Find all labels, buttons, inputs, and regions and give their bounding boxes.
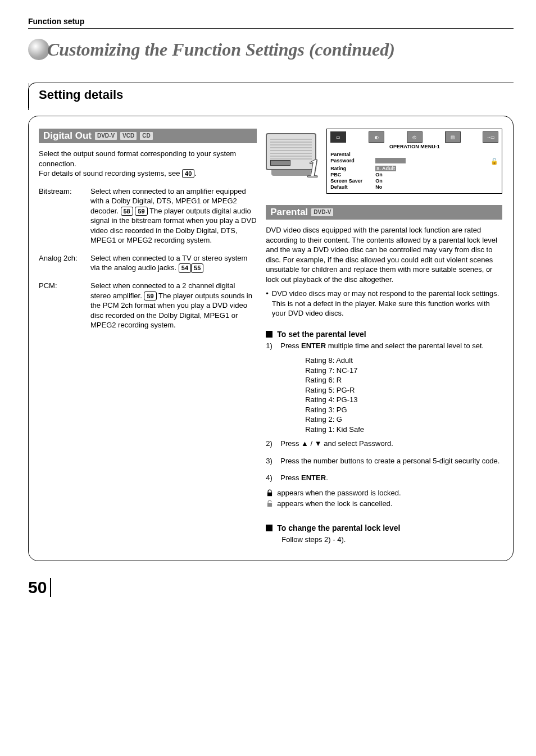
osd-nav-icon: ▭ (330, 131, 346, 143)
osd-grid: Parental Password_ _ _🔓 Rating8. Adult P… (330, 152, 498, 190)
osd-row-label: Parental (330, 152, 375, 157)
badge-dvdv: DVD-V (95, 132, 117, 140)
rating-item: Rating 5: PG-R (305, 385, 502, 395)
set-parental-heading-text: To set the parental level (277, 330, 366, 339)
osd-nav-icon: ◎ (407, 131, 423, 143)
set-parental-heading: To set the parental level (266, 330, 502, 339)
content-box: Digital Out DVD-V VCD CD Select the outp… (28, 116, 514, 561)
lock-open-icon (266, 500, 274, 508)
pageref-54: 54 (179, 263, 191, 272)
desc-pcm: Select when connected to a 2 channel dig… (90, 281, 257, 330)
right-column: 1 ▭ ◐ ◎ ▤ →▭ OPERATION MENU-1 Parental P… (266, 129, 502, 545)
osd-panel: ▭ ◐ ◎ ▤ →▭ OPERATION MENU-1 Parental Pas… (326, 129, 502, 194)
unlocked-text: appears when the lock is cancelled. (277, 499, 392, 508)
locked-text: appears when the password is locked. (277, 489, 401, 497)
rating-item: Rating 6: R (305, 375, 502, 385)
def-analog2ch: Analog 2ch: Select when connected to a T… (39, 253, 257, 273)
locked-row: appears when the password is locked. (266, 489, 502, 497)
page-header: Function setup (28, 17, 514, 29)
page-title: Customizing the Function Settings (conti… (47, 39, 395, 60)
step1-c: multiple time and select the parental le… (326, 341, 484, 350)
step-2: 2) Press ▲ / ▼ and select Password. (266, 439, 502, 449)
step2-text: Press ▲ / ▼ and select Password. (280, 439, 393, 449)
term-analog2ch: Analog 2ch: (39, 253, 90, 273)
osd-row-value-hl: 8. Adult (375, 166, 396, 171)
pageref-55: 55 (191, 263, 203, 272)
bullet-dot: • (266, 289, 269, 318)
desc-analog2ch: Select when connected to a TV or stereo … (90, 253, 257, 273)
rating-item: Rating 2: G (305, 415, 502, 425)
analog-a: Select when connected to a TV or stereo … (90, 254, 247, 272)
pageref-58: 58 (121, 207, 133, 216)
tv-thumbnail: 1 (266, 129, 322, 179)
osd-wrap: 1 ▭ ◐ ◎ ▤ →▭ OPERATION MENU-1 Parental P… (266, 129, 502, 194)
osd-nav-icon: ◐ (369, 131, 384, 143)
term-bitstream: Bitstream: (39, 186, 90, 245)
lock-open-icon: 🔓 (490, 158, 498, 165)
step4-c: . (326, 473, 328, 482)
digital-out-intro1: Select the output sound format correspon… (39, 149, 257, 168)
lock-closed-icon (266, 489, 274, 497)
digital-out-heading: Digital Out DVD-V VCD CD (39, 129, 257, 143)
osd-row-label: Password (330, 158, 375, 165)
badge-cd: CD (140, 132, 152, 140)
step-number-icon: 1 (307, 158, 320, 179)
left-column: Digital Out DVD-V VCD CD Select the outp… (39, 129, 257, 545)
sphere-decor (28, 39, 49, 60)
pageref-59: 59 (135, 207, 147, 216)
def-bitstream: Bitstream: Select when connected to an a… (39, 186, 257, 245)
page-number: 50 (28, 578, 51, 597)
badge-vcd: VCD (120, 132, 137, 140)
parental-heading-text: Parental (270, 207, 308, 218)
square-bullet-icon (266, 331, 272, 338)
intro2-a: For details of sound recording systems, … (39, 169, 182, 177)
change-parental-heading-text: To change the parental lock level (277, 523, 400, 532)
pageref-59b: 59 (144, 292, 156, 300)
step-4: 4) Press ENTER. (266, 473, 502, 483)
term-pcm: PCM: (39, 281, 90, 330)
section-box: Setting details (28, 83, 514, 110)
step4-b: ENTER (301, 473, 326, 482)
osd-title: OPERATION MENU-1 (330, 144, 498, 149)
step1-b: ENTER (301, 341, 326, 350)
parental-para: DVD video discs equipped with the parent… (266, 225, 502, 284)
step-3: 3) Press the number buttons to create a … (266, 456, 502, 466)
digital-out-intro2: For details of sound recording systems, … (39, 168, 257, 179)
change-parental-text: Follow steps 2) - 4). (281, 535, 502, 545)
parental-note-text: DVD video discs may or may not respond t… (272, 289, 503, 318)
def-pcm: PCM: Select when connected to a 2 channe… (39, 281, 257, 330)
step4-a: Press (280, 473, 301, 482)
change-parental-heading: To change the parental lock level (266, 523, 502, 532)
osd-row-label: PBC (330, 172, 375, 177)
parental-heading: Parental DVD-V (266, 205, 502, 220)
digital-out-heading-text: Digital Out (43, 130, 92, 142)
badge-dvdv-parental: DVD-V (311, 208, 333, 216)
osd-nav-icon: ▤ (445, 131, 461, 143)
rating-item: Rating 8: Adult (305, 356, 502, 366)
section-title: Setting details (29, 83, 514, 110)
osd-row-label: Screen Saver (330, 178, 375, 184)
osd-row-label: Default (330, 184, 375, 190)
rating-item: Rating 1: Kid Safe (305, 425, 502, 435)
intro2-b: . (194, 169, 197, 177)
rating-item: Rating 4: PG-13 (305, 395, 502, 405)
osd-row-value: On (375, 172, 490, 177)
desc-bitstream: Select when connected to an amplifier eq… (90, 186, 257, 245)
osd-row-label: Rating (330, 166, 375, 171)
square-bullet-icon (266, 525, 272, 531)
page-title-row: Customizing the Function Settings (conti… (28, 39, 514, 60)
rating-item: Rating 3: PG (305, 405, 502, 415)
rating-item: Rating 7: NC-17 (305, 366, 502, 376)
pageref-40: 40 (182, 169, 194, 178)
osd-nav-icon: →▭ (483, 131, 498, 143)
unlocked-row: appears when the lock is cancelled. (266, 499, 502, 508)
osd-row-value: No (375, 184, 490, 190)
parental-note: • DVD video discs may or may not respond… (266, 289, 502, 318)
step-1: 1) Press ENTER multiple time and select … (266, 341, 502, 351)
step1-a: Press (280, 341, 301, 350)
osd-row-value: On (375, 178, 490, 184)
step3-text: Press the number buttons to create a per… (280, 456, 499, 466)
ratings-list: Rating 8: Adult Rating 7: NC-17 Rating 6… (305, 356, 502, 434)
